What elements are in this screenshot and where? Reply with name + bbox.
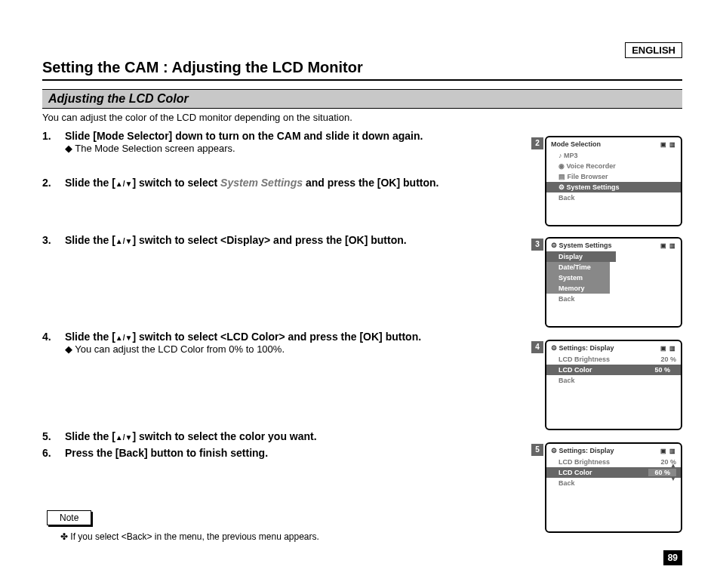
setting-row-selected: LCD Color50 % (546, 365, 681, 375)
step-text: ] switch to select the color you want. (132, 430, 316, 442)
step-5: 5. Slide the [▲/▼] switch to select the … (42, 430, 571, 442)
menu-item: ▤ File Browser (546, 171, 681, 182)
adjust-arrows-icon: ▲▼ (670, 462, 676, 482)
screen-thumb-3: 3 ⚙ System Settings▣ ▥ Display Date/Time… (545, 237, 682, 328)
step-1: 1. Slide [Mode Selector] down to turn on… (42, 130, 571, 154)
thumb-number: 5 (531, 444, 543, 456)
updown-icon: ▲/▼ (115, 334, 133, 342)
step-text: Slide the [ (65, 234, 115, 246)
menu-item-selected: Display (546, 251, 616, 262)
menu-item: Date/Time (546, 262, 610, 272)
note-label: Note (47, 510, 91, 525)
updown-icon: ▲/▼ (115, 237, 133, 245)
menu-back: Back (546, 375, 681, 386)
menu-back: Back (546, 192, 681, 203)
menu-back: Back (546, 478, 681, 488)
step-text: Slide [Mode Selector] down to turn on th… (65, 130, 423, 142)
step-subtext: ◆ You can adjust the LCD Color from 0% t… (65, 343, 285, 355)
menu-item: ◉ Voice Recorder (546, 161, 681, 171)
page-number-badge: 89 (663, 550, 682, 565)
section-bar: Adjusting the LCD Color (42, 89, 682, 109)
status-icons: ▣ ▥ (660, 345, 676, 352)
menu-item-selected: ⚙ System Settings (546, 182, 681, 192)
menu-item: ♪ MP3 (546, 150, 681, 161)
thumb-title: ⚙ System Settings (551, 242, 612, 249)
step-text: Slide the [ (65, 331, 115, 343)
page-title: Setting the CAM : Adjusting the LCD Moni… (42, 59, 682, 81)
step-number: 3. (42, 234, 62, 246)
step-text: Slide the [ (65, 430, 115, 442)
steps-list: 1. Slide [Mode Selector] down to turn on… (42, 130, 571, 482)
setting-row: LCD Brightness20 % (546, 354, 681, 365)
step-3: 3. Slide the [▲/▼] switch to select <Dis… (42, 234, 571, 246)
step-text: ] switch to select <Display> and press t… (132, 234, 406, 246)
thumb-title: ⚙ Settings: Display (551, 447, 614, 454)
step-text: Slide the [ (65, 177, 115, 189)
step-number: 5. (42, 430, 62, 442)
step-4: 4. Slide the [▲/▼] switch to select <LCD… (42, 331, 571, 355)
step-text: ] switch to select (132, 177, 220, 189)
step-text: ] switch to select <LCD Color> and press… (132, 331, 421, 343)
step-number: 2. (42, 177, 62, 189)
note-text: If you select <Back> in the menu, the pr… (60, 531, 319, 542)
thumb-number: 3 (531, 239, 543, 251)
thumb-title: ⚙ Settings: Display (551, 344, 614, 352)
updown-icon: ▲/▼ (115, 180, 133, 188)
language-box: ENGLISH (625, 42, 682, 58)
step-number: 6. (42, 447, 62, 459)
thumb-title: Mode Selection (551, 140, 601, 148)
step-number: 4. (42, 331, 62, 343)
thumb-number: 2 (531, 137, 543, 149)
setting-row: LCD Brightness20 % (546, 457, 681, 467)
status-icons: ▣ ▥ (660, 242, 676, 249)
step-text: Press the [Back] button to finish settin… (65, 447, 268, 459)
menu-item: Memory (546, 283, 610, 294)
menu-item: System (546, 272, 610, 283)
step-subtext: ◆ The Mode Selection screen appears. (65, 143, 235, 154)
screen-thumb-5: 5 ⚙ Settings: Display▣ ▥ LCD Brightness2… (545, 442, 682, 533)
screen-thumb-2: 2 Mode Selection▣ ▥ ♪ MP3 ◉ Voice Record… (545, 136, 682, 226)
thumb-number: 4 (531, 341, 543, 353)
step-6: 6. Press the [Back] button to finish set… (42, 447, 571, 459)
screen-thumb-4: 4 ⚙ Settings: Display▣ ▥ LCD Brightness2… (545, 340, 682, 430)
status-icons: ▣ ▥ (660, 141, 676, 148)
menu-back: Back (546, 294, 681, 304)
setting-row-selected: LCD Color60 % (546, 467, 681, 478)
status-icons: ▣ ▥ (660, 448, 676, 454)
step-number: 1. (42, 130, 62, 142)
updown-icon: ▲/▼ (115, 433, 133, 442)
step-2: 2. Slide the [▲/▼] switch to select Syst… (42, 177, 571, 189)
intro-text: You can adjust the color of the LCD moni… (42, 112, 352, 123)
gray-text: System Settings (220, 177, 303, 189)
step-text: and press the [OK] button. (303, 177, 438, 189)
